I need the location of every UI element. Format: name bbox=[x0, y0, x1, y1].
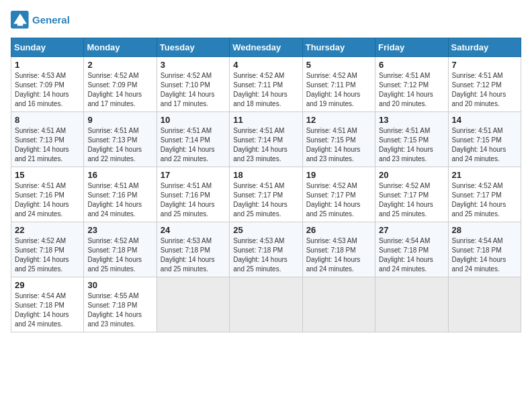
header-saturday: Saturday bbox=[448, 38, 521, 57]
cell-details: Sunrise: 4:52 AMSunset: 7:10 PMDaylight:… bbox=[161, 71, 226, 109]
cell-details: Sunrise: 4:52 AMSunset: 7:11 PMDaylight:… bbox=[233, 71, 298, 109]
day-number: 9 bbox=[87, 115, 152, 125]
calendar-cell: 29Sunrise: 4:54 AMSunset: 7:18 PMDayligh… bbox=[11, 277, 84, 332]
cell-details: Sunrise: 4:51 AMSunset: 7:16 PMDaylight:… bbox=[15, 181, 80, 219]
cell-details: Sunrise: 4:52 AMSunset: 7:18 PMDaylight:… bbox=[15, 236, 80, 274]
calendar-cell: 4Sunrise: 4:52 AMSunset: 7:11 PMDaylight… bbox=[230, 57, 302, 112]
calendar-week-3: 15Sunrise: 4:51 AMSunset: 7:16 PMDayligh… bbox=[11, 167, 521, 222]
cell-details: Sunrise: 4:55 AMSunset: 7:18 PMDaylight:… bbox=[87, 291, 152, 329]
cell-details: Sunrise: 4:51 AMSunset: 7:15 PMDaylight:… bbox=[379, 126, 444, 164]
cell-details: Sunrise: 4:51 AMSunset: 7:17 PMDaylight:… bbox=[233, 181, 298, 219]
cell-details: Sunrise: 4:53 AMSunset: 7:09 PMDaylight:… bbox=[15, 71, 80, 109]
calendar-cell bbox=[230, 277, 302, 332]
calendar-cell: 13Sunrise: 4:51 AMSunset: 7:15 PMDayligh… bbox=[375, 112, 448, 167]
day-number: 18 bbox=[233, 170, 298, 180]
page-header: General​ bbox=[11, 11, 521, 30]
calendar-header-row: SundayMondayTuesdayWednesdayThursdayFrid… bbox=[11, 38, 521, 57]
calendar-cell: 22Sunrise: 4:52 AMSunset: 7:18 PMDayligh… bbox=[11, 222, 84, 277]
day-number: 8 bbox=[15, 115, 80, 125]
calendar-week-5: 29Sunrise: 4:54 AMSunset: 7:18 PMDayligh… bbox=[11, 277, 521, 332]
day-number: 16 bbox=[87, 170, 152, 180]
calendar-cell bbox=[375, 277, 448, 332]
calendar-cell: 28Sunrise: 4:54 AMSunset: 7:18 PMDayligh… bbox=[448, 222, 521, 277]
day-number: 3 bbox=[161, 60, 226, 70]
calendar-cell: 30Sunrise: 4:55 AMSunset: 7:18 PMDayligh… bbox=[84, 277, 157, 332]
cell-details: Sunrise: 4:54 AMSunset: 7:18 PMDaylight:… bbox=[452, 236, 517, 274]
day-number: 29 bbox=[15, 280, 80, 290]
calendar-week-1: 1Sunrise: 4:53 AMSunset: 7:09 PMDaylight… bbox=[11, 57, 521, 112]
cell-details: Sunrise: 4:54 AMSunset: 7:18 PMDaylight:… bbox=[15, 291, 80, 329]
calendar-cell: 25Sunrise: 4:53 AMSunset: 7:18 PMDayligh… bbox=[230, 222, 302, 277]
cell-details: Sunrise: 4:51 AMSunset: 7:13 PMDaylight:… bbox=[87, 126, 152, 164]
day-number: 6 bbox=[379, 60, 444, 70]
day-number: 15 bbox=[15, 170, 80, 180]
calendar-week-2: 8Sunrise: 4:51 AMSunset: 7:13 PMDaylight… bbox=[11, 112, 521, 167]
header-friday: Friday bbox=[375, 38, 448, 57]
cell-details: Sunrise: 4:52 AMSunset: 7:18 PMDaylight:… bbox=[87, 236, 152, 274]
day-number: 17 bbox=[161, 170, 226, 180]
calendar-cell: 5Sunrise: 4:52 AMSunset: 7:11 PMDaylight… bbox=[302, 57, 375, 112]
calendar-cell: 18Sunrise: 4:51 AMSunset: 7:17 PMDayligh… bbox=[230, 167, 302, 222]
cell-details: Sunrise: 4:54 AMSunset: 7:18 PMDaylight:… bbox=[379, 236, 444, 274]
calendar-cell: 16Sunrise: 4:51 AMSunset: 7:16 PMDayligh… bbox=[84, 167, 157, 222]
calendar-cell: 2Sunrise: 4:52 AMSunset: 7:09 PMDaylight… bbox=[84, 57, 157, 112]
calendar-cell: 10Sunrise: 4:51 AMSunset: 7:14 PMDayligh… bbox=[157, 112, 229, 167]
day-number: 23 bbox=[87, 225, 152, 235]
logo-text: General​ bbox=[32, 14, 70, 26]
calendar-week-4: 22Sunrise: 4:52 AMSunset: 7:18 PMDayligh… bbox=[11, 222, 521, 277]
day-number: 21 bbox=[452, 170, 517, 180]
day-number: 24 bbox=[161, 225, 226, 235]
day-number: 19 bbox=[306, 170, 371, 180]
header-wednesday: Wednesday bbox=[230, 38, 302, 57]
day-number: 26 bbox=[306, 225, 371, 235]
day-number: 5 bbox=[306, 60, 371, 70]
day-number: 10 bbox=[161, 115, 226, 125]
calendar-cell: 19Sunrise: 4:52 AMSunset: 7:17 PMDayligh… bbox=[302, 167, 375, 222]
calendar-cell: 7Sunrise: 4:51 AMSunset: 7:12 PMDaylight… bbox=[448, 57, 521, 112]
cell-details: Sunrise: 4:53 AMSunset: 7:18 PMDaylight:… bbox=[306, 236, 371, 274]
cell-details: Sunrise: 4:53 AMSunset: 7:18 PMDaylight:… bbox=[161, 236, 226, 274]
calendar-table: SundayMondayTuesdayWednesdayThursdayFrid… bbox=[11, 38, 521, 332]
svg-rect-2 bbox=[17, 21, 23, 26]
cell-details: Sunrise: 4:51 AMSunset: 7:16 PMDaylight:… bbox=[161, 181, 226, 219]
calendar-cell: 15Sunrise: 4:51 AMSunset: 7:16 PMDayligh… bbox=[11, 167, 84, 222]
cell-details: Sunrise: 4:52 AMSunset: 7:17 PMDaylight:… bbox=[379, 181, 444, 219]
day-number: 25 bbox=[233, 225, 298, 235]
day-number: 7 bbox=[452, 60, 517, 70]
calendar-cell: 8Sunrise: 4:51 AMSunset: 7:13 PMDaylight… bbox=[11, 112, 84, 167]
calendar-cell: 1Sunrise: 4:53 AMSunset: 7:09 PMDaylight… bbox=[11, 57, 84, 112]
logo: General​ bbox=[11, 11, 70, 30]
calendar-cell: 9Sunrise: 4:51 AMSunset: 7:13 PMDaylight… bbox=[84, 112, 157, 167]
day-number: 22 bbox=[15, 225, 80, 235]
header-monday: Monday bbox=[84, 38, 157, 57]
calendar-cell: 6Sunrise: 4:51 AMSunset: 7:12 PMDaylight… bbox=[375, 57, 448, 112]
calendar-cell bbox=[448, 277, 521, 332]
cell-details: Sunrise: 4:53 AMSunset: 7:18 PMDaylight:… bbox=[233, 236, 298, 274]
calendar-cell: 26Sunrise: 4:53 AMSunset: 7:18 PMDayligh… bbox=[302, 222, 375, 277]
calendar-cell bbox=[302, 277, 375, 332]
header-sunday: Sunday bbox=[11, 38, 84, 57]
day-number: 13 bbox=[379, 115, 444, 125]
day-number: 30 bbox=[87, 280, 152, 290]
calendar-cell: 27Sunrise: 4:54 AMSunset: 7:18 PMDayligh… bbox=[375, 222, 448, 277]
cell-details: Sunrise: 4:51 AMSunset: 7:12 PMDaylight:… bbox=[379, 71, 444, 109]
day-number: 14 bbox=[452, 115, 517, 125]
logo-general: General bbox=[32, 14, 70, 26]
day-number: 28 bbox=[452, 225, 517, 235]
cell-details: Sunrise: 4:51 AMSunset: 7:13 PMDaylight:… bbox=[15, 126, 80, 164]
day-number: 4 bbox=[233, 60, 298, 70]
header-tuesday: Tuesday bbox=[157, 38, 229, 57]
cell-details: Sunrise: 4:51 AMSunset: 7:15 PMDaylight:… bbox=[452, 126, 517, 164]
logo-icon bbox=[11, 11, 30, 30]
calendar-cell: 24Sunrise: 4:53 AMSunset: 7:18 PMDayligh… bbox=[157, 222, 229, 277]
calendar-cell: 21Sunrise: 4:52 AMSunset: 7:17 PMDayligh… bbox=[448, 167, 521, 222]
cell-details: Sunrise: 4:51 AMSunset: 7:15 PMDaylight:… bbox=[306, 126, 371, 164]
cell-details: Sunrise: 4:51 AMSunset: 7:16 PMDaylight:… bbox=[87, 181, 152, 219]
calendar-cell: 20Sunrise: 4:52 AMSunset: 7:17 PMDayligh… bbox=[375, 167, 448, 222]
cell-details: Sunrise: 4:52 AMSunset: 7:09 PMDaylight:… bbox=[87, 71, 152, 109]
calendar-cell: 11Sunrise: 4:51 AMSunset: 7:14 PMDayligh… bbox=[230, 112, 302, 167]
calendar-cell bbox=[157, 277, 229, 332]
cell-details: Sunrise: 4:52 AMSunset: 7:17 PMDaylight:… bbox=[452, 181, 517, 219]
day-number: 12 bbox=[306, 115, 371, 125]
calendar-cell: 17Sunrise: 4:51 AMSunset: 7:16 PMDayligh… bbox=[157, 167, 229, 222]
